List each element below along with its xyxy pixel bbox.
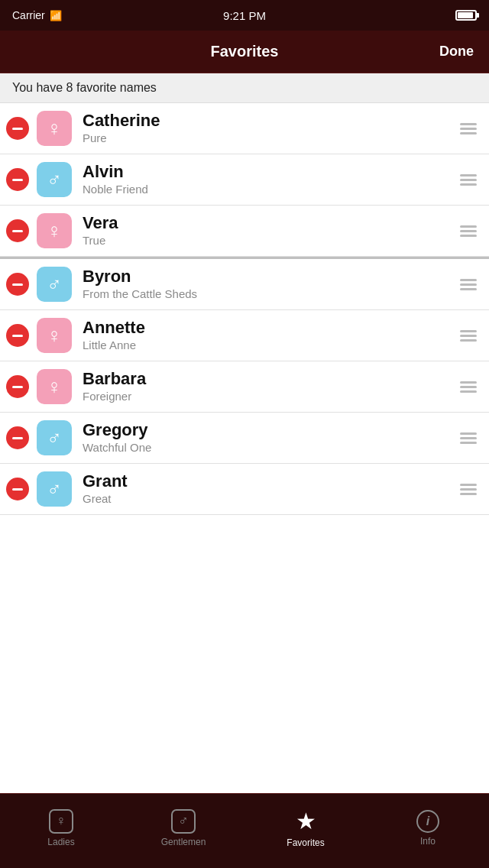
name-meaning-5: Little Anne — [83, 338, 452, 353]
tab-gentlemen[interactable]: ♂ Gentlemen — [122, 809, 244, 853]
nav-title: Favorites — [211, 43, 279, 60]
name-info-3: Vera True — [83, 213, 452, 248]
carrier-label: Carrier — [12, 9, 45, 21]
ladies-icon: ♀ — [49, 809, 73, 834]
list-item: ♀ Annette Little Anne — [0, 310, 489, 361]
tab-info-label: Info — [420, 836, 436, 847]
name-text-1: Catherine — [83, 111, 452, 131]
status-right — [455, 10, 477, 21]
delete-button-7[interactable] — [6, 426, 29, 449]
list-item: ♂ Byron From the Cattle Sheds — [0, 257, 489, 310]
tab-gentlemen-label: Gentlemen — [161, 837, 206, 847]
name-info-7: Gregory Watchful One — [83, 420, 452, 455]
name-info-6: Barbara Foreigner — [83, 369, 452, 404]
drag-handle-3[interactable] — [460, 225, 477, 237]
delete-button-5[interactable] — [6, 324, 29, 347]
list-item: ♂ Gregory Watchful One — [0, 413, 489, 464]
name-text-3: Vera — [83, 213, 452, 233]
battery-icon — [455, 10, 477, 21]
tab-info[interactable]: i Info — [367, 810, 489, 853]
list-item: ♀ Barbara Foreigner — [0, 361, 489, 413]
name-info-8: Grant Great — [83, 471, 452, 507]
delete-button-2[interactable] — [6, 168, 29, 191]
name-text-2: Alvin — [83, 162, 452, 182]
name-meaning-6: Foreigner — [83, 389, 452, 404]
info-icon: i — [416, 810, 439, 833]
tab-favorites-label: Favorites — [287, 837, 324, 848]
name-text-7: Gregory — [83, 420, 452, 440]
list-item: ♂ Grant Great — [0, 464, 489, 515]
delete-button-1[interactable] — [6, 117, 29, 140]
tab-bar: ♀ Ladies ♂ Gentlemen ★ Favorites i Info — [0, 793, 489, 868]
status-time: 9:21 PM — [223, 9, 266, 22]
delete-button-8[interactable] — [6, 478, 29, 500]
name-text-5: Annette — [83, 318, 452, 338]
name-meaning-3: True — [83, 233, 452, 248]
list-item: ♀ Vera True — [0, 206, 489, 257]
drag-handle-4[interactable] — [460, 279, 477, 290]
drag-handle-6[interactable] — [460, 381, 477, 393]
name-info-1: Catherine Pure — [83, 111, 452, 146]
delete-button-4[interactable] — [6, 273, 29, 296]
subtitle-banner: You have 8 favorite names — [0, 73, 489, 103]
gender-icon-6: ♀ — [37, 369, 72, 404]
done-button[interactable]: Done — [439, 44, 474, 60]
content-area: You have 8 favorite names ♀ Catherine Pu… — [0, 73, 489, 793]
list-item: ♀ Catherine Pure — [0, 103, 489, 154]
list-item: ♂ Alvin Noble Friend — [0, 154, 489, 206]
status-bar: Carrier 📶 9:21 PM — [0, 0, 489, 31]
name-text-8: Grant — [83, 471, 452, 491]
wifi-icon: 📶 — [50, 10, 62, 21]
name-meaning-7: Watchful One — [83, 440, 452, 455]
gender-icon-5: ♀ — [37, 318, 72, 353]
drag-handle-7[interactable] — [460, 432, 477, 444]
gender-icon-4: ♂ — [37, 267, 72, 302]
drag-handle-1[interactable] — [460, 123, 477, 134]
name-text-6: Barbara — [83, 369, 452, 389]
tab-ladies[interactable]: ♀ Ladies — [0, 809, 122, 853]
name-meaning-4: From the Cattle Sheds — [83, 287, 452, 302]
drag-handle-8[interactable] — [460, 484, 477, 495]
name-meaning-8: Great — [83, 491, 452, 507]
gender-icon-7: ♂ — [37, 420, 72, 455]
gender-icon-8: ♂ — [37, 471, 72, 507]
gentlemen-icon: ♂ — [171, 809, 196, 834]
gender-icon-2: ♂ — [37, 162, 72, 197]
name-info-4: Byron From the Cattle Sheds — [83, 267, 452, 302]
gender-icon-1: ♀ — [37, 111, 72, 146]
name-meaning-1: Pure — [83, 131, 452, 146]
name-info-5: Annette Little Anne — [83, 318, 452, 353]
delete-button-6[interactable] — [6, 375, 29, 398]
tab-ladies-label: Ladies — [47, 837, 74, 847]
nav-bar: Favorites Done — [0, 31, 489, 73]
name-text-4: Byron — [83, 267, 452, 287]
favorites-icon: ★ — [296, 808, 316, 834]
favorites-count-label: You have 8 favorite names — [12, 81, 157, 94]
delete-button-3[interactable] — [6, 219, 29, 242]
drag-handle-2[interactable] — [460, 174, 477, 186]
tab-favorites[interactable]: ★ Favorites — [244, 808, 367, 854]
drag-handle-5[interactable] — [460, 330, 477, 342]
gender-icon-3: ♀ — [37, 213, 72, 248]
name-info-2: Alvin Noble Friend — [83, 162, 452, 197]
favorites-list: ♀ Catherine Pure ♂ Alvin Noble Friend ♀ … — [0, 103, 489, 515]
status-left: Carrier 📶 — [12, 9, 62, 21]
name-meaning-2: Noble Friend — [83, 182, 452, 197]
